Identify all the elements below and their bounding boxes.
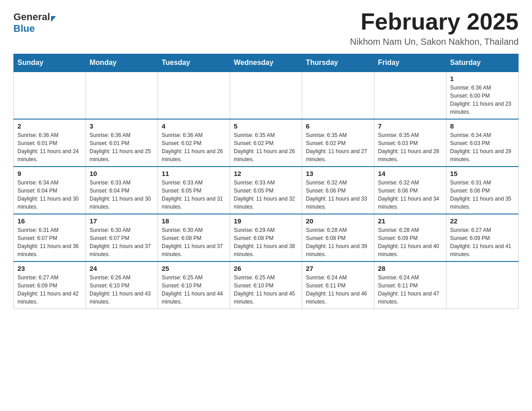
week-row-2: 2Sunrise: 6:36 AM Sunset: 6:01 PM Daylig… <box>14 119 519 167</box>
day-number: 20 <box>306 217 370 225</box>
calendar-cell: 23Sunrise: 6:27 AM Sunset: 6:09 PM Dayli… <box>14 261 86 309</box>
day-info: Sunrise: 6:33 AM Sunset: 6:04 PM Dayligh… <box>90 179 154 211</box>
day-number: 8 <box>450 122 515 130</box>
calendar-cell: 24Sunrise: 6:26 AM Sunset: 6:10 PM Dayli… <box>86 261 158 309</box>
day-info: Sunrise: 6:36 AM Sunset: 6:01 PM Dayligh… <box>90 131 154 163</box>
calendar-cell: 13Sunrise: 6:32 AM Sunset: 6:06 PM Dayli… <box>302 167 374 214</box>
week-row-5: 23Sunrise: 6:27 AM Sunset: 6:09 PM Dayli… <box>14 261 519 309</box>
day-info: Sunrise: 6:33 AM Sunset: 6:05 PM Dayligh… <box>234 179 298 211</box>
day-info: Sunrise: 6:28 AM Sunset: 6:08 PM Dayligh… <box>306 226 370 258</box>
week-row-1: 1Sunrise: 6:36 AM Sunset: 6:00 PM Daylig… <box>14 72 519 119</box>
calendar-cell: 4Sunrise: 6:36 AM Sunset: 6:02 PM Daylig… <box>158 119 230 167</box>
calendar-cell: 21Sunrise: 6:28 AM Sunset: 6:09 PM Dayli… <box>374 214 446 261</box>
day-info: Sunrise: 6:31 AM Sunset: 6:06 PM Dayligh… <box>450 179 515 211</box>
day-number: 28 <box>378 265 442 272</box>
column-header-tuesday: Tuesday <box>158 54 230 72</box>
calendar-table: SundayMondayTuesdayWednesdayThursdayFrid… <box>13 54 519 309</box>
header-row: SundayMondayTuesdayWednesdayThursdayFrid… <box>14 54 519 72</box>
day-info: Sunrise: 6:26 AM Sunset: 6:10 PM Dayligh… <box>90 274 154 306</box>
day-info: Sunrise: 6:35 AM Sunset: 6:02 PM Dayligh… <box>306 131 370 163</box>
calendar-cell: 12Sunrise: 6:33 AM Sunset: 6:05 PM Dayli… <box>230 167 302 214</box>
column-header-wednesday: Wednesday <box>230 54 302 72</box>
calendar-cell: 1Sunrise: 6:36 AM Sunset: 6:00 PM Daylig… <box>446 72 519 119</box>
logo: General Blue <box>13 9 56 34</box>
day-number: 10 <box>90 170 154 177</box>
column-header-monday: Monday <box>86 54 158 72</box>
day-info: Sunrise: 6:36 AM Sunset: 6:02 PM Dayligh… <box>162 131 226 163</box>
day-number: 25 <box>162 265 226 272</box>
week-row-4: 16Sunrise: 6:31 AM Sunset: 6:07 PM Dayli… <box>14 214 519 261</box>
day-info: Sunrise: 6:24 AM Sunset: 6:11 PM Dayligh… <box>378 274 442 306</box>
calendar-cell: 3Sunrise: 6:36 AM Sunset: 6:01 PM Daylig… <box>86 119 158 167</box>
day-info: Sunrise: 6:33 AM Sunset: 6:05 PM Dayligh… <box>162 179 226 211</box>
calendar-cell: 14Sunrise: 6:32 AM Sunset: 6:06 PM Dayli… <box>374 167 446 214</box>
calendar-cell <box>14 72 86 119</box>
day-number: 4 <box>162 122 226 130</box>
day-number: 19 <box>234 217 298 225</box>
calendar-cell: 22Sunrise: 6:27 AM Sunset: 6:09 PM Dayli… <box>446 214 519 261</box>
calendar-cell: 7Sunrise: 6:35 AM Sunset: 6:03 PM Daylig… <box>374 119 446 167</box>
day-info: Sunrise: 6:36 AM Sunset: 6:00 PM Dayligh… <box>450 84 515 116</box>
day-number: 18 <box>162 217 226 225</box>
day-number: 22 <box>450 217 515 225</box>
column-header-thursday: Thursday <box>302 54 374 72</box>
calendar-cell: 26Sunrise: 6:25 AM Sunset: 6:10 PM Dayli… <box>230 261 302 309</box>
day-number: 27 <box>306 265 370 272</box>
day-number: 23 <box>17 265 82 272</box>
calendar-cell <box>302 72 374 119</box>
day-info: Sunrise: 6:34 AM Sunset: 6:04 PM Dayligh… <box>17 179 82 211</box>
day-info: Sunrise: 6:35 AM Sunset: 6:02 PM Dayligh… <box>234 131 298 163</box>
day-info: Sunrise: 6:32 AM Sunset: 6:06 PM Dayligh… <box>378 179 442 211</box>
calendar-cell: 16Sunrise: 6:31 AM Sunset: 6:07 PM Dayli… <box>14 214 86 261</box>
day-number: 7 <box>378 122 442 130</box>
calendar-cell <box>446 261 519 309</box>
calendar-cell <box>374 72 446 119</box>
calendar-cell: 9Sunrise: 6:34 AM Sunset: 6:04 PM Daylig… <box>14 167 86 214</box>
calendar-cell: 5Sunrise: 6:35 AM Sunset: 6:02 PM Daylig… <box>230 119 302 167</box>
day-info: Sunrise: 6:30 AM Sunset: 6:08 PM Dayligh… <box>162 226 226 258</box>
day-info: Sunrise: 6:27 AM Sunset: 6:09 PM Dayligh… <box>450 226 515 258</box>
calendar-cell: 19Sunrise: 6:29 AM Sunset: 6:08 PM Dayli… <box>230 214 302 261</box>
day-number: 11 <box>162 170 226 177</box>
day-info: Sunrise: 6:35 AM Sunset: 6:03 PM Dayligh… <box>378 131 442 163</box>
calendar-cell: 20Sunrise: 6:28 AM Sunset: 6:08 PM Dayli… <box>302 214 374 261</box>
calendar-cell <box>230 72 302 119</box>
day-number: 21 <box>378 217 442 225</box>
day-info: Sunrise: 6:28 AM Sunset: 6:09 PM Dayligh… <box>378 226 442 258</box>
logo-triangle-icon <box>51 16 56 22</box>
calendar-cell: 25Sunrise: 6:25 AM Sunset: 6:10 PM Dayli… <box>158 261 230 309</box>
calendar-cell: 17Sunrise: 6:30 AM Sunset: 6:07 PM Dayli… <box>86 214 158 261</box>
location-subtitle: Nikhom Nam Un, Sakon Nakhon, Thailand <box>350 37 519 47</box>
day-number: 14 <box>378 170 442 177</box>
week-row-3: 9Sunrise: 6:34 AM Sunset: 6:04 PM Daylig… <box>14 167 519 214</box>
page-header: General Blue February 2025 Nikhom Nam Un… <box>13 9 519 47</box>
day-number: 16 <box>17 217 82 225</box>
calendar-cell: 8Sunrise: 6:34 AM Sunset: 6:03 PM Daylig… <box>446 119 519 167</box>
calendar-cell: 6Sunrise: 6:35 AM Sunset: 6:02 PM Daylig… <box>302 119 374 167</box>
day-info: Sunrise: 6:31 AM Sunset: 6:07 PM Dayligh… <box>17 226 82 258</box>
day-number: 2 <box>17 122 82 130</box>
day-info: Sunrise: 6:29 AM Sunset: 6:08 PM Dayligh… <box>234 226 298 258</box>
calendar-cell: 15Sunrise: 6:31 AM Sunset: 6:06 PM Dayli… <box>446 167 519 214</box>
title-section: February 2025 Nikhom Nam Un, Sakon Nakho… <box>350 9 519 47</box>
day-info: Sunrise: 6:24 AM Sunset: 6:11 PM Dayligh… <box>306 274 370 306</box>
day-number: 6 <box>306 122 370 130</box>
day-number: 17 <box>90 217 154 225</box>
calendar-cell <box>158 72 230 119</box>
day-info: Sunrise: 6:30 AM Sunset: 6:07 PM Dayligh… <box>90 226 154 258</box>
month-year-title: February 2025 <box>350 9 519 34</box>
logo-general-text: General <box>13 11 50 23</box>
day-number: 26 <box>234 265 298 272</box>
column-header-friday: Friday <box>374 54 446 72</box>
calendar-cell: 28Sunrise: 6:24 AM Sunset: 6:11 PM Dayli… <box>374 261 446 309</box>
day-number: 24 <box>90 265 154 272</box>
day-number: 15 <box>450 170 515 177</box>
calendar-cell: 2Sunrise: 6:36 AM Sunset: 6:01 PM Daylig… <box>14 119 86 167</box>
column-header-saturday: Saturday <box>446 54 519 72</box>
day-info: Sunrise: 6:34 AM Sunset: 6:03 PM Dayligh… <box>450 131 515 163</box>
day-info: Sunrise: 6:27 AM Sunset: 6:09 PM Dayligh… <box>17 274 82 306</box>
calendar-cell: 10Sunrise: 6:33 AM Sunset: 6:04 PM Dayli… <box>86 167 158 214</box>
day-number: 13 <box>306 170 370 177</box>
day-info: Sunrise: 6:25 AM Sunset: 6:10 PM Dayligh… <box>234 274 298 306</box>
logo-blue-text: Blue <box>13 23 35 34</box>
